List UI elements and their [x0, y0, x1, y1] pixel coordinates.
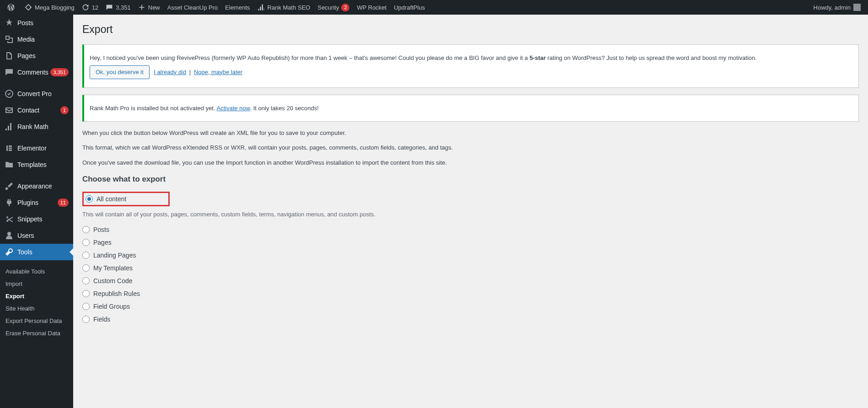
user-icon [5, 231, 14, 240]
sidebar-item-posts[interactable]: Posts [0, 15, 73, 31]
export-options: All content This will contain all of you… [82, 192, 859, 326]
badge: 11 [58, 199, 69, 207]
elementor-icon [5, 144, 14, 153]
radio-input[interactable] [82, 316, 90, 323]
intro-text: Once you've saved the download file, you… [82, 158, 859, 167]
radio-fields[interactable]: Fields [82, 313, 859, 326]
activate-now-link[interactable]: Activate now [216, 105, 250, 112]
radio-field-groups[interactable]: Field Groups [82, 300, 859, 313]
sidebar-item-users[interactable]: Users [0, 227, 73, 244]
sidebar-item-media[interactable]: Media [0, 31, 73, 48]
radio-posts[interactable]: Posts [82, 223, 859, 236]
security-badge: 2 [341, 4, 349, 11]
submenu-item-import[interactable]: Import [0, 278, 73, 290]
submenu-item-site-health[interactable]: Site Health [0, 302, 73, 315]
all-content-description: This will contain all of your posts, pag… [82, 210, 859, 219]
radio-all-content[interactable]: All content [86, 194, 126, 204]
sidebar-item-pages[interactable]: Pages [0, 48, 73, 64]
new-content[interactable]: New [134, 0, 164, 15]
brush-icon [5, 182, 14, 191]
intro-text: When you click the button below WordPres… [82, 129, 859, 138]
pin-icon [5, 18, 14, 27]
scissors-icon [5, 215, 14, 224]
comments[interactable]: 3,351 [102, 0, 134, 15]
separator [0, 82, 73, 84]
convert-icon [5, 89, 14, 98]
my-account[interactable]: Howdy, admin [810, 0, 864, 15]
notice-revivepress: Hey, I noticed you've been using ReviveP… [82, 44, 859, 88]
mail-icon [5, 106, 14, 115]
already-did-link[interactable]: I already did [154, 69, 186, 75]
maybe-later-link[interactable]: Nope, maybe later [194, 69, 242, 75]
choose-heading: Choose what to export [82, 175, 859, 184]
radio-input[interactable] [82, 290, 90, 297]
submenu-item-erase-personal-data[interactable]: Erase Personal Data [0, 327, 73, 339]
radio-input[interactable] [82, 239, 90, 246]
toolbar-asset-cleanup[interactable]: Asset CleanUp Pro [164, 0, 222, 15]
chart-icon [5, 122, 14, 131]
badge: 1 [60, 106, 69, 114]
radio-my-templates[interactable]: My Templates [82, 262, 859, 274]
radio-input[interactable] [82, 303, 90, 310]
radio-pages[interactable]: Pages [82, 236, 859, 249]
page-icon [5, 51, 14, 60]
sidebar-item-tools[interactable]: Tools [0, 244, 73, 260]
site-name[interactable]: Mega Blogging [21, 0, 78, 15]
radio-input[interactable] [82, 226, 90, 233]
sidebar-item-comments[interactable]: Comments3,351 [0, 64, 73, 81]
radio-landing-pages[interactable]: Landing Pages [82, 249, 859, 262]
submenu-item-export-personal-data[interactable]: Export Personal Data [0, 315, 73, 327]
wrench-icon [5, 247, 14, 257]
submenu-item-available-tools[interactable]: Available Tools [0, 265, 73, 278]
avatar [853, 4, 861, 11]
toolbar-security[interactable]: Security2 [314, 0, 353, 15]
wp-logo[interactable] [4, 0, 21, 15]
radio-input[interactable] [82, 264, 90, 272]
comment-icon [5, 68, 14, 77]
separator [0, 136, 73, 139]
sidebar-item-templates[interactable]: Templates [0, 156, 73, 173]
page-title: Export [82, 19, 859, 38]
sidebar-item-plugins[interactable]: Plugins11 [0, 194, 73, 211]
separator [0, 174, 73, 177]
sidebar-item-appearance[interactable]: Appearance [0, 178, 73, 194]
radio-republish-rules[interactable]: Republish Rules [82, 287, 859, 300]
updates[interactable]: 12 [78, 0, 102, 15]
media-icon [5, 35, 14, 44]
ok-you-deserve-it-button[interactable]: Ok, you deserve it [90, 65, 150, 79]
sidebar-item-rank-math[interactable]: Rank Math [0, 118, 73, 135]
submenu-item-export[interactable]: Export [0, 290, 73, 302]
sidebar-item-contact[interactable]: Contact1 [0, 102, 73, 118]
radio-all-content-input[interactable] [86, 195, 93, 203]
sidebar-item-elementor[interactable]: Elementor [0, 140, 73, 156]
badge: 3,351 [50, 68, 69, 76]
toolbar-rank-math[interactable]: Rank Math SEO [254, 0, 314, 15]
intro-text: This format, which we call WordPress eXt… [82, 143, 859, 152]
radio-input[interactable] [82, 252, 90, 259]
separator [0, 262, 73, 264]
radio-custom-code[interactable]: Custom Code [82, 274, 859, 287]
notice-rank-math: Rank Math Pro is installed but not activ… [82, 95, 859, 122]
toolbar-wp-rocket[interactable]: WP Rocket [353, 0, 390, 15]
toolbar-elements[interactable]: Elements [221, 0, 253, 15]
toolbar-updraftplus[interactable]: UpdraftPlus [390, 0, 429, 15]
plug-icon [5, 198, 14, 207]
highlight-box: All content [82, 192, 170, 206]
radio-input[interactable] [82, 277, 90, 285]
sidebar-item-convert-pro[interactable]: Convert Pro [0, 86, 73, 102]
folder-icon [5, 160, 14, 169]
sidebar-item-snippets[interactable]: Snippets [0, 211, 73, 227]
